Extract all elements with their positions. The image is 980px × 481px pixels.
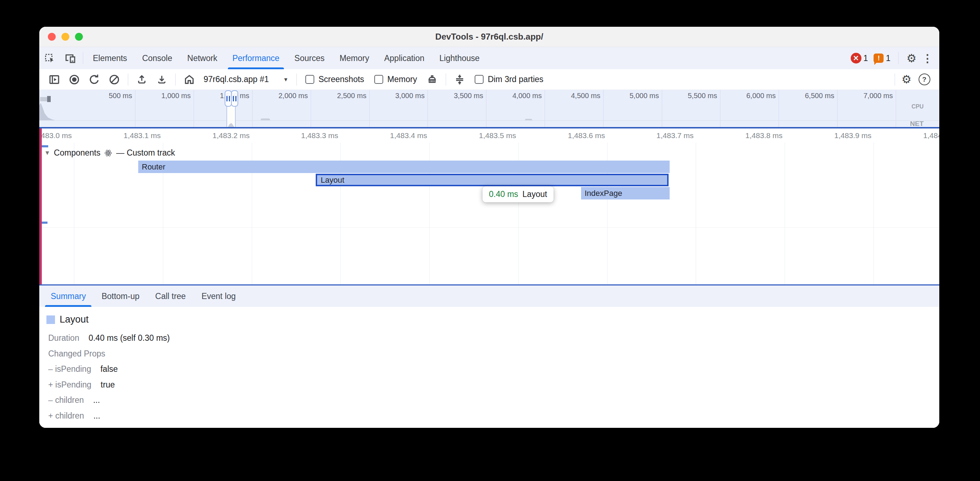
tab-elements[interactable]: Elements xyxy=(85,47,135,69)
dim-3rd-parties-checkbox[interactable]: Dim 3rd parties xyxy=(470,75,548,84)
issue-count: 1 xyxy=(886,54,890,63)
selection-right-handle[interactable] xyxy=(231,90,238,107)
minimap-tick-label: 500 ms xyxy=(72,92,132,100)
tab-call-tree[interactable]: Call tree xyxy=(148,286,194,307)
summary-row: Duration0.40 ms (self 0.30 ms) xyxy=(48,330,170,346)
ruler-tick-label: 1,483.9 ms xyxy=(808,131,872,140)
home-icon[interactable] xyxy=(180,72,199,87)
inspect-element-icon[interactable] xyxy=(39,47,60,69)
tab-sources[interactable]: Sources xyxy=(287,47,332,69)
device-toolbar-icon[interactable] xyxy=(60,47,81,69)
cpu-activity-graph xyxy=(39,103,55,120)
ruler-tick-label: 1,483.3 ms xyxy=(275,131,338,140)
titlebar: DevTools - 97r6ql.csb.app/ xyxy=(39,27,939,47)
summary-row-label: – isPending xyxy=(48,364,91,374)
summary-row: – isPendingfalse xyxy=(48,362,170,377)
tab-performance[interactable]: Performance xyxy=(225,47,287,69)
flame-bar-indexpage[interactable]: IndexPage xyxy=(581,187,670,200)
cpu-activity-bump xyxy=(525,119,532,120)
filmstrip-chip xyxy=(47,96,51,102)
summary-row-label: – children xyxy=(48,395,84,405)
tab-memory[interactable]: Memory xyxy=(332,47,377,69)
checkbox-box[interactable] xyxy=(305,75,314,84)
checkbox-box[interactable] xyxy=(475,75,484,84)
minimap-tick-label: 1,000 ms xyxy=(130,92,191,100)
divider xyxy=(175,73,176,86)
tab-application[interactable]: Application xyxy=(377,47,432,69)
minimap-tick-label: 5,500 ms xyxy=(656,92,717,100)
issue-icon: ! xyxy=(873,54,884,63)
tooltip-duration: 0.40 ms xyxy=(489,189,518,199)
chevron-down-icon: ▼ xyxy=(283,76,289,83)
window-title: DevTools - 97r6ql.csb.app/ xyxy=(39,32,939,42)
ruler-tick-label: 1,483.5 ms xyxy=(453,131,516,140)
upload-profile-icon[interactable] xyxy=(132,72,151,87)
error-badge[interactable]: ✕ 1 xyxy=(851,53,868,63)
event-color-swatch xyxy=(46,316,55,324)
target-selector[interactable]: 97r6ql.csb.app #1 ▼ xyxy=(200,75,292,84)
selection-window[interactable] xyxy=(226,104,236,127)
track-title: Components xyxy=(54,148,100,158)
tab-summary[interactable]: Summary xyxy=(43,286,94,307)
tab-network[interactable]: Network xyxy=(180,47,224,69)
toolbar-right: ⚙ ? xyxy=(892,72,934,87)
tab-bottom-up[interactable]: Bottom-up xyxy=(94,286,147,307)
checkbox-label: Screenshots xyxy=(318,75,364,84)
memory-checkbox[interactable]: Memory xyxy=(370,75,422,84)
cpu-track-label: CPU xyxy=(912,103,924,110)
screenshots-checkbox[interactable]: Screenshots xyxy=(301,75,369,84)
summary-row-value: false xyxy=(100,364,118,374)
issues-badge[interactable]: ! 1 xyxy=(873,54,890,63)
record-icon[interactable] xyxy=(65,72,84,87)
clear-icon[interactable] xyxy=(105,72,124,87)
flame-chart[interactable]: ▼ Components — Custom track RouterLayout… xyxy=(39,143,939,284)
record-and-reload-icon[interactable] xyxy=(85,72,103,87)
devtools-window: DevTools - 97r6ql.csb.app/ ElementsConso… xyxy=(39,27,939,428)
settings-gear-icon[interactable]: ⚙ xyxy=(907,53,916,64)
summary-row: – children... xyxy=(48,392,170,408)
tab-console[interactable]: Console xyxy=(135,47,180,69)
tabbar-right: ✕ 1 ! 1 ⚙ ⋮ xyxy=(851,47,939,69)
collect-garbage-icon[interactable] xyxy=(423,72,441,87)
cpu-baseline xyxy=(39,120,939,121)
components-track-header[interactable]: ▼ Components — Custom track xyxy=(44,148,175,158)
summary-panel: Layout Duration0.40 ms (self 0.30 ms)Cha… xyxy=(39,307,939,428)
details-tabbar: SummaryBottom-upCall treeEvent log xyxy=(39,284,939,307)
ruler-tick-label: 1,483.2 ms xyxy=(187,131,250,140)
summary-row-value: true xyxy=(101,380,115,390)
ruler-tick-label: 1,483.4 ms xyxy=(364,131,427,140)
collapse-triangle-icon[interactable]: ▼ xyxy=(44,149,50,157)
minimap-tick-label: 4,000 ms xyxy=(481,92,542,100)
summary-title-row: Layout xyxy=(46,314,89,325)
download-profile-icon[interactable] xyxy=(153,72,171,87)
more-options-icon[interactable]: ⋮ xyxy=(922,52,933,65)
help-icon[interactable]: ? xyxy=(915,72,934,87)
selection-left-handle[interactable] xyxy=(224,90,232,107)
capture-settings-gear-icon[interactable]: ⚙ xyxy=(901,74,912,85)
divider xyxy=(296,73,297,86)
tab-event-log[interactable]: Event log xyxy=(194,286,243,307)
timeline-overview[interactable]: 500 ms1,000 ms1,500 ms2,000 ms2,500 ms3,… xyxy=(39,90,939,127)
checkbox-box[interactable] xyxy=(374,75,383,84)
toggle-sidebar-icon[interactable] xyxy=(45,72,64,87)
react-atom-icon xyxy=(104,149,113,157)
flame-bar-layout[interactable]: Layout xyxy=(316,174,668,186)
divider xyxy=(446,73,446,86)
summary-row-value: ... xyxy=(93,395,100,405)
flame-bar-router[interactable]: Router xyxy=(138,160,670,173)
tab-lighthouse[interactable]: Lighthouse xyxy=(432,47,487,69)
minimap-tick-label: 6,500 ms xyxy=(773,92,834,100)
flame-gridline xyxy=(784,143,785,284)
divider xyxy=(895,73,895,86)
summary-row-label: Changed Props xyxy=(48,349,105,359)
minimap-tick-label: 4,500 ms xyxy=(539,92,600,100)
summary-row-value: 0.40 ms (self 0.30 ms) xyxy=(89,333,170,343)
flame-gridline xyxy=(696,143,696,284)
selection-cpu-bump xyxy=(228,123,234,127)
checkbox-label: Dim 3rd parties xyxy=(488,75,544,84)
collapse-sections-icon[interactable] xyxy=(450,72,469,87)
minimap-gridline xyxy=(896,90,896,127)
devtools-tabbar: ElementsConsoleNetworkPerformanceSources… xyxy=(39,47,939,69)
clipped-bar-fragment xyxy=(42,145,48,148)
minimap-tick-label: 3,000 ms xyxy=(364,92,425,100)
